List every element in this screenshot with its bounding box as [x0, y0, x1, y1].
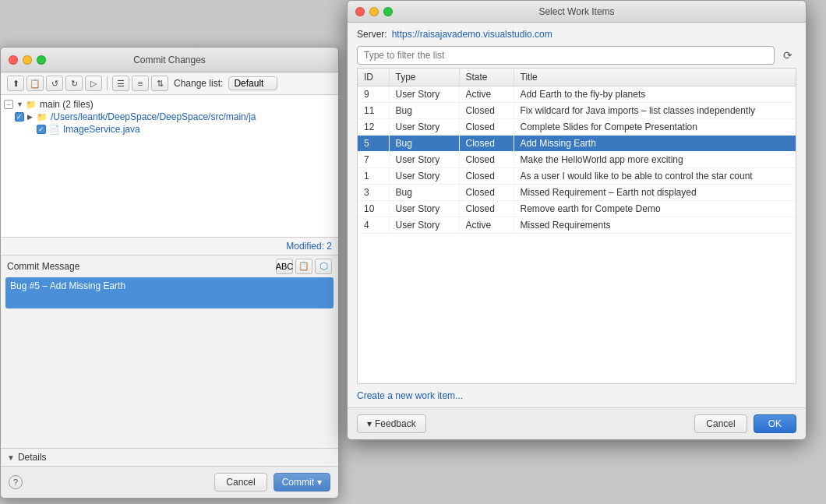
dialog-window-controls	[355, 7, 393, 16]
cancel-commit-button[interactable]: Cancel	[214, 473, 267, 492]
cell-state: Closed	[459, 136, 514, 152]
cell-title: Make the HelloWorld app more exciting	[514, 152, 796, 168]
table-row[interactable]: 9 User Story Active Add Earth to the fly…	[358, 86, 796, 103]
details-arrow-icon: ▼	[7, 453, 15, 462]
dialog-overlay: Select Work Items Server: https://raisaj…	[339, 0, 814, 444]
create-work-item-link[interactable]: Create a new work item...	[357, 390, 463, 401]
cell-type: User Story	[389, 217, 459, 234]
dialog-action-buttons: Cancel OK	[694, 414, 796, 433]
details-header[interactable]: ▼ Details	[7, 452, 332, 463]
table-row[interactable]: 10 User Story Closed Remove earth for Co…	[358, 201, 796, 217]
toolbar-icon-6[interactable]: ☰	[112, 76, 129, 91]
server-url: https://raisajavademo.visualstudio.com	[392, 29, 552, 40]
cell-state: Active	[459, 217, 514, 234]
tree-root[interactable]: – ▼ 📁 main (2 files)	[1, 98, 338, 111]
dialog-title: Select Work Items	[538, 6, 614, 17]
changelist-select[interactable]: Default	[228, 76, 277, 90]
col-header-type: Type	[389, 69, 459, 86]
toolbar-icon-2[interactable]: 📋	[26, 76, 44, 91]
cell-title: Missed Requirements	[514, 217, 796, 234]
cell-type: Bug	[389, 185, 459, 201]
cell-id: 7	[358, 152, 389, 168]
commit-footer: ? Cancel Commit ▾	[1, 466, 338, 498]
file-label: ImageService.java	[63, 124, 140, 135]
table-row[interactable]: 11 Bug Closed Fix wildcard for Java impo…	[358, 103, 796, 119]
cell-state: Closed	[459, 185, 514, 201]
tree-path[interactable]: ✓ ▶ 📁 /Users/leantk/DeepSpace/DeepSpace/…	[1, 111, 338, 123]
cell-title: Add Missing Earth	[514, 136, 796, 152]
root-label: main (2 files)	[40, 99, 94, 110]
close-button[interactable]	[9, 55, 18, 65]
commit-message-label: Commit Message	[7, 261, 79, 272]
commit-file-tree: – ▼ 📁 main (2 files) ✓ ▶ 📁 /Users/leantk…	[1, 95, 338, 238]
commit-button-label: Commit	[282, 477, 314, 488]
commit-details: ▼ Details	[1, 448, 338, 466]
cell-title: As a user I would like to be able to con…	[514, 168, 796, 185]
commit-footer-buttons: Cancel Commit ▾	[214, 473, 330, 492]
table-row[interactable]: 3 Bug Closed Missed Requirement – Earth …	[358, 185, 796, 201]
path-folder-icon: 📁	[37, 112, 48, 122]
table-row[interactable]: 12 User Story Closed Complete Slides for…	[358, 119, 796, 136]
copy-message-icon[interactable]: 📋	[295, 259, 312, 274]
modified-label: Modified: 2	[1, 238, 338, 256]
refresh-icon[interactable]: ⟳	[779, 47, 796, 64]
dialog-close-button[interactable]	[355, 7, 365, 16]
cell-type: User Story	[389, 86, 459, 103]
file-checkbox[interactable]: ✓	[37, 125, 46, 134]
cell-id: 12	[358, 119, 389, 136]
table-row[interactable]: 7 User Story Closed Make the HelloWorld …	[358, 152, 796, 168]
maximize-button[interactable]	[37, 55, 46, 65]
cell-title: Complete Slides for Compete Presentation	[514, 119, 796, 136]
col-header-state: State	[459, 69, 514, 86]
tree-file[interactable]: ✓ 📄 ImageService.java	[1, 123, 338, 136]
path-arrow: ▶	[27, 113, 35, 121]
help-icon[interactable]: ?	[9, 475, 23, 489]
details-label: Details	[18, 452, 47, 463]
cell-state: Closed	[459, 119, 514, 136]
cell-type: User Story	[389, 119, 459, 136]
filter-input[interactable]	[357, 46, 775, 65]
cell-id: 10	[358, 201, 389, 217]
toolbar-icon-5[interactable]: ▷	[85, 76, 102, 91]
root-checkbox[interactable]: –	[4, 100, 13, 109]
table-row[interactable]: 5 Bug Closed Add Missing Earth	[358, 136, 796, 152]
feedback-arrow-icon: ▾	[367, 418, 372, 429]
commit-message-content[interactable]: Bug #5 – Add Missing Earth	[5, 277, 334, 308]
toolbar-icon-1[interactable]: ⬆	[7, 76, 24, 91]
cell-state: Closed	[459, 103, 514, 119]
cell-title: Add Earth to the fly-by planets	[514, 86, 796, 103]
cell-state: Closed	[459, 152, 514, 168]
commit-window-title: Commit Changes	[133, 55, 206, 65]
col-header-id: ID	[358, 69, 389, 86]
table-row[interactable]: 4 User Story Active Missed Requirements	[358, 217, 796, 234]
feedback-label: Feedback	[375, 418, 416, 429]
commit-window-controls	[9, 55, 46, 65]
commit-message-icons: ABC 📋 ⬡	[276, 259, 332, 274]
cell-id: 4	[358, 217, 389, 234]
cell-id: 11	[358, 103, 389, 119]
toolbar-icon-4[interactable]: ↻	[65, 76, 83, 91]
commit-message-header: Commit Message ABC 📋 ⬡	[1, 256, 338, 277]
dialog-minimize-button[interactable]	[369, 7, 379, 16]
ok-button[interactable]: OK	[754, 414, 796, 433]
cell-title: Missed Requirement – Earth not displayed	[514, 185, 796, 201]
cell-id: 9	[358, 86, 389, 103]
table-row[interactable]: 1 User Story Closed As a user I would li…	[358, 168, 796, 185]
table-header-row: ID Type State Title	[358, 69, 796, 86]
tfs-message-icon[interactable]: ⬡	[315, 259, 332, 274]
commit-bottom-area	[1, 313, 338, 449]
cancel-dialog-button[interactable]: Cancel	[694, 414, 747, 433]
toolbar-icon-8[interactable]: ⇅	[151, 76, 168, 91]
cell-type: User Story	[389, 168, 459, 185]
path-checkbox[interactable]: ✓	[15, 112, 24, 122]
cell-state: Closed	[459, 168, 514, 185]
col-header-title: Title	[514, 69, 796, 86]
commit-button[interactable]: Commit ▾	[274, 473, 330, 492]
dialog-maximize-button[interactable]	[383, 7, 393, 16]
toolbar-icon-7[interactable]: ≡	[132, 76, 149, 91]
cell-type: User Story	[389, 152, 459, 168]
spell-check-icon[interactable]: ABC	[276, 259, 293, 274]
feedback-button[interactable]: ▾ Feedback	[357, 414, 426, 433]
minimize-button[interactable]	[23, 55, 32, 65]
toolbar-icon-3[interactable]: ↺	[46, 76, 63, 91]
